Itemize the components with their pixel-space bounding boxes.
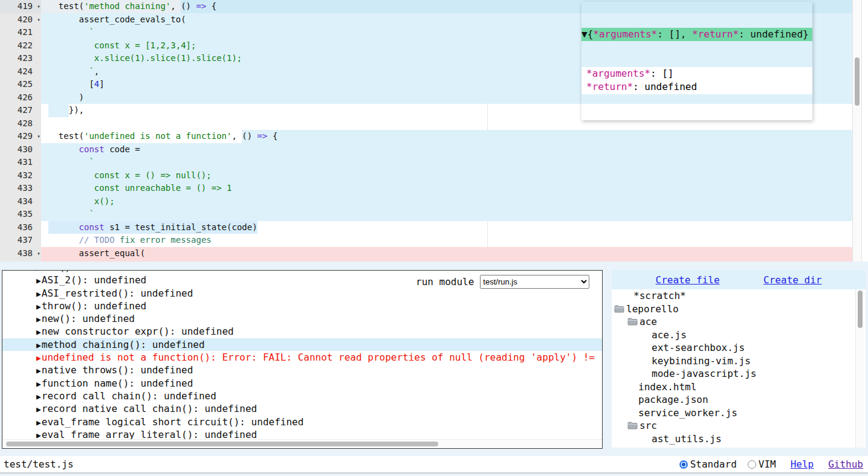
gutter-cell[interactable]: 432 bbox=[0, 169, 41, 182]
file-tree-item[interactable]: src bbox=[612, 419, 866, 433]
gutter-cell[interactable]: 431 bbox=[0, 156, 41, 169]
scrollbar-thumb[interactable] bbox=[855, 57, 860, 106]
gutter-cell[interactable]: 437 bbox=[0, 234, 41, 247]
test-result-row[interactable]: ▶record native call chain(): undefined bbox=[2, 402, 602, 415]
gutter-cell[interactable]: 438▾ bbox=[0, 247, 41, 260]
keybinding-standard-option[interactable]: Standard bbox=[679, 458, 737, 470]
value-tooltip[interactable]: ▼{*arguments*: [], *return*: undefined} … bbox=[581, 2, 812, 120]
file-tree-item[interactable]: ast_utils.js bbox=[612, 433, 866, 446]
expand-arrow-icon[interactable]: ▶ bbox=[36, 276, 41, 285]
code-line-431[interactable]: 431 ` bbox=[0, 156, 852, 169]
standard-radio-label[interactable]: Standard bbox=[690, 458, 737, 470]
expand-arrow-icon[interactable]: ▶ bbox=[36, 418, 41, 427]
gutter-cell[interactable]: 429▾ bbox=[0, 130, 41, 143]
test-result-row[interactable]: ▶undefined is not a function(): Error: F… bbox=[2, 351, 602, 364]
code-line-435[interactable]: 435 ` bbox=[0, 208, 852, 221]
create-file-link[interactable]: Create file bbox=[656, 274, 720, 286]
gutter-cell[interactable]: 427 bbox=[0, 104, 41, 117]
gutter-cell[interactable]: 436 bbox=[0, 221, 41, 234]
gutter-cell[interactable]: 435 bbox=[0, 208, 41, 221]
code-line-439[interactable]: 439 root_calltree_node(s1) bbox=[0, 260, 852, 262]
expand-arrow-icon[interactable]: ▶ bbox=[36, 392, 41, 401]
radio-selected-icon[interactable] bbox=[679, 460, 688, 469]
test-result-row[interactable]: ▶throw(): undefined bbox=[2, 300, 602, 312]
expand-arrow-icon[interactable]: ▶ bbox=[36, 315, 41, 324]
gutter-cell[interactable]: 425 bbox=[0, 78, 41, 91]
gutter-cell[interactable]: 423 bbox=[0, 52, 41, 65]
file-tree-item[interactable]: index.html bbox=[612, 381, 866, 394]
test-result-row[interactable]: ▶native throws(): undefined bbox=[2, 364, 602, 376]
run-module-select[interactable]: test/run.js bbox=[480, 275, 589, 289]
file-tree-item[interactable]: ace.js bbox=[612, 329, 866, 342]
test-result-row[interactable]: ▶new(): undefined bbox=[2, 312, 602, 325]
code-editor[interactable]: 419▾ test('method chaining', () => {420▾… bbox=[0, 0, 868, 262]
help-link[interactable]: Help bbox=[791, 458, 814, 470]
gutter-cell[interactable]: 434 bbox=[0, 195, 41, 208]
expand-arrow-icon[interactable]: ▶ bbox=[36, 302, 41, 311]
file-tree-item[interactable]: service_worker.js bbox=[612, 407, 866, 420]
keybinding-vim-option[interactable]: VIM bbox=[748, 458, 776, 470]
vim-radio-label[interactable]: VIM bbox=[759, 458, 776, 470]
file-tree-item[interactable]: *scratch* bbox=[612, 289, 866, 303]
tree-vertical-scrollbar[interactable] bbox=[855, 289, 864, 448]
expand-arrow-icon[interactable]: ▶ bbox=[36, 289, 41, 298]
gutter-cell[interactable]: 424 bbox=[0, 65, 41, 79]
expand-arrow-icon[interactable]: ▶ bbox=[36, 431, 41, 440]
tooltip-entry[interactable]: *arguments*: [] bbox=[586, 67, 812, 80]
code-line-434[interactable]: 434 x(); bbox=[0, 195, 852, 208]
line-number: 434 bbox=[18, 196, 33, 206]
expand-arrow-icon[interactable]: ▶ bbox=[36, 270, 41, 272]
file-tree-item[interactable]: leporello bbox=[612, 303, 866, 316]
code-line-430[interactable]: 430 const code = bbox=[0, 143, 852, 156]
fold-arrow-icon[interactable]: ▾ bbox=[37, 247, 40, 260]
fold-arrow-icon[interactable]: ▾ bbox=[37, 130, 40, 143]
expand-arrow-icon[interactable]: ▶ bbox=[36, 405, 41, 414]
tooltip-key: *return* bbox=[586, 81, 633, 92]
expand-arrow-icon[interactable]: ▶ bbox=[36, 366, 41, 375]
console-horizontal-scrollbar[interactable] bbox=[2, 439, 602, 448]
code-line-429[interactable]: 429▾ test('undefined is not a function',… bbox=[0, 130, 852, 143]
line-number: 423 bbox=[18, 53, 33, 63]
github-link[interactable]: Github bbox=[828, 458, 863, 470]
gutter-cell[interactable]: 428 bbox=[0, 117, 41, 130]
scrollbar-thumb[interactable] bbox=[858, 291, 863, 328]
gutter-cell[interactable]: 420▾ bbox=[0, 13, 41, 27]
test-result-row[interactable]: ▶eval_frame logical short circuit(): und… bbox=[2, 416, 602, 428]
tooltip-entry[interactable]: *return*: undefined bbox=[586, 80, 812, 94]
gutter-cell[interactable]: 419▾ bbox=[0, 0, 41, 13]
tooltip-header[interactable]: ▼{*arguments*: [], *return*: undefined} bbox=[581, 28, 812, 41]
test-result-text: method chaining(): undefined bbox=[42, 339, 205, 350]
code-line-433[interactable]: 433 const unreachable = () => 1 bbox=[0, 182, 852, 195]
editor-vertical-scrollbar[interactable] bbox=[852, 0, 862, 262]
gutter-cell[interactable]: 422 bbox=[0, 39, 41, 53]
test-result-row[interactable]: ▶method chaining(): undefined bbox=[2, 338, 602, 351]
gutter-cell[interactable]: 433 bbox=[0, 182, 41, 195]
radio-unselected-icon[interactable] bbox=[748, 460, 756, 469]
test-result-row[interactable]: ▶function name(): undefined bbox=[2, 377, 602, 390]
code-line-432[interactable]: 432 const x = () => null(); bbox=[0, 169, 852, 182]
gutter-cell[interactable]: 421 bbox=[0, 26, 41, 39]
code-line-437[interactable]: 437 // TODO fix error messages bbox=[0, 234, 852, 247]
row-filler bbox=[212, 260, 852, 262]
expand-arrow-icon[interactable]: ▶ bbox=[36, 379, 41, 388]
gutter-cell[interactable]: 426 bbox=[0, 91, 41, 105]
create-dir-link[interactable]: Create dir bbox=[763, 274, 821, 286]
gutter-cell[interactable]: 439 bbox=[0, 260, 41, 262]
code-line-436[interactable]: 436 const s1 = test_initial_state(code) bbox=[0, 221, 852, 234]
file-tree-item[interactable]: mode-javascript.js bbox=[612, 367, 866, 381]
expand-arrow-icon[interactable]: ▶ bbox=[36, 341, 41, 350]
file-tree-item[interactable]: ace bbox=[612, 315, 866, 329]
gutter-cell[interactable]: 430 bbox=[0, 143, 41, 156]
code-line-438[interactable]: 438▾ assert_equal( bbox=[0, 247, 852, 260]
expand-arrow-icon[interactable]: ▶ bbox=[36, 353, 41, 362]
file-tree-label: service_worker.js bbox=[638, 407, 737, 420]
fold-arrow-icon[interactable]: ▾ bbox=[37, 13, 40, 27]
test-result-row[interactable]: ▶new constructor expr(): undefined bbox=[2, 325, 602, 338]
scrollbar-thumb[interactable] bbox=[6, 442, 438, 446]
file-tree-item[interactable]: package.json bbox=[612, 393, 866, 407]
file-tree-item[interactable]: keybinding-vim.js bbox=[612, 355, 866, 368]
expand-arrow-icon[interactable]: ▶ bbox=[36, 327, 41, 336]
fold-arrow-icon[interactable]: ▾ bbox=[37, 0, 40, 13]
test-result-row[interactable]: ▶record call chain(): undefined bbox=[2, 390, 602, 402]
file-tree-item[interactable]: ext-searchbox.js bbox=[612, 341, 866, 355]
